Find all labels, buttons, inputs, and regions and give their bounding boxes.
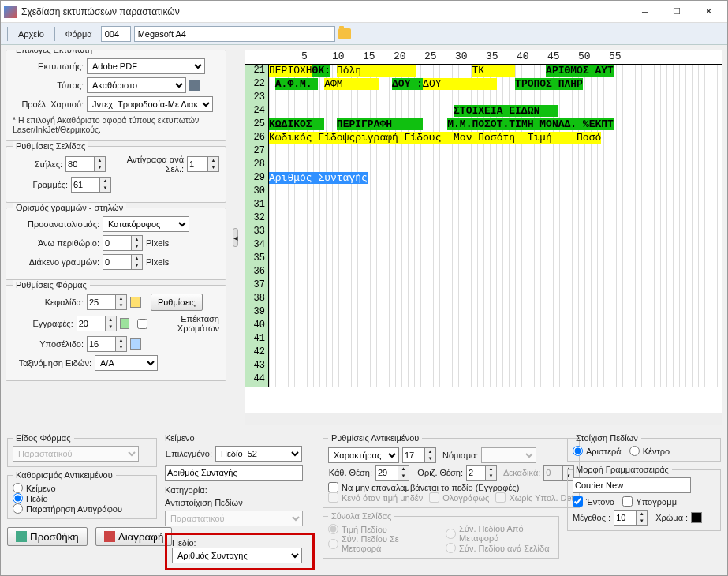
extend-colors-check[interactable] [137, 319, 147, 329]
rows-input[interactable] [71, 177, 99, 193]
radio-text[interactable] [13, 483, 23, 493]
sort-select[interactable]: A/A [95, 355, 158, 371]
grid-area[interactable]: 21ΠΕΡΙΟΧΗΘΚ: Πόλη ΤΚ ΑΡΙΘΜΟΣ ΑΥΤ22 Α.Φ.Μ… [245, 65, 722, 413]
grid-line[interactable] [269, 373, 722, 387]
grid-line[interactable] [269, 360, 722, 373]
maximize-button[interactable]: ☐ [661, 2, 693, 22]
folder-icon[interactable] [338, 28, 351, 39]
menu-file[interactable]: Αρχείο [13, 27, 50, 41]
menu-form[interactable]: Φόρμα [60, 27, 98, 41]
grid-line[interactable] [269, 320, 722, 333]
radio-align-left[interactable] [573, 446, 583, 456]
datatype-select[interactable]: Χαρακτήρας [328, 447, 399, 463]
grid-row[interactable]: 32 [245, 212, 722, 226]
grid-row[interactable]: 38 [245, 293, 722, 306]
records-spinner[interactable]: ▲▼ [105, 316, 117, 331]
grid-row[interactable]: 39 [245, 306, 722, 320]
grid-line[interactable] [269, 346, 722, 360]
grid-line[interactable] [269, 199, 722, 212]
grid-row[interactable]: 31 [245, 199, 722, 212]
topmargin-spinner[interactable]: ▲▼ [131, 235, 143, 251]
grid-row[interactable]: 26Κωδικός Είδοψςριγραφή Είδους Μον Ποσότ… [245, 132, 722, 145]
grid-row[interactable]: 27 [245, 145, 722, 159]
font-color-swatch[interactable] [691, 512, 702, 523]
grid-line[interactable] [269, 333, 722, 346]
grid-line[interactable] [269, 185, 722, 199]
hpos-input[interactable] [466, 465, 485, 481]
form-code-input[interactable] [101, 26, 131, 42]
radio-field[interactable] [13, 493, 23, 503]
grid-row[interactable]: 43 [245, 360, 722, 373]
records-input[interactable] [77, 316, 105, 331]
orient-select[interactable]: Κατακόρυφος [103, 216, 189, 232]
grid-row[interactable]: 36 [245, 266, 722, 279]
linegap-spinner[interactable]: ▲▼ [131, 254, 143, 270]
grid-row[interactable]: 23 [245, 92, 722, 105]
splitter[interactable]: ◂ [231, 50, 240, 425]
footer-input[interactable] [87, 336, 115, 352]
grid-row[interactable]: 40 [245, 320, 722, 333]
grid-line[interactable] [269, 226, 722, 239]
grid-row[interactable]: 33 [245, 226, 722, 239]
delete-button[interactable]: Διαγραφή [95, 527, 173, 546]
cols-spinner[interactable]: ▲▼ [94, 156, 106, 172]
no-repeat-check[interactable] [328, 482, 338, 492]
layout-editor[interactable]: 5 10 15 20 25 30 35 40 45 50 55 21ΠΕΡΙΟΧ… [245, 50, 722, 425]
bold-check[interactable] [573, 496, 583, 507]
add-button[interactable]: Προσθήκη [7, 527, 88, 546]
vpos-input[interactable] [375, 465, 398, 481]
font-size-spinner[interactable]: ▲▼ [636, 510, 648, 526]
rows-spinner[interactable]: ▲▼ [99, 177, 111, 193]
grid-row[interactable]: 30 [245, 185, 722, 199]
close-button[interactable]: ✕ [693, 2, 724, 22]
h-scrollbar[interactable] [245, 413, 722, 425]
vpos-spinner[interactable]: ▲▼ [398, 465, 409, 481]
grid-row[interactable]: 25ΚΩΔΙΚΟΣ ΠΕΡΙΓΡΑΦΗ Μ.Μ.ΠΟΣΟΤ.ΤΙΜΗ ΜΟΝΑΔ… [245, 118, 722, 132]
printer-select[interactable]: Adobe PDF [87, 58, 205, 74]
grid-row[interactable]: 41 [245, 333, 722, 346]
topmargin-input[interactable] [103, 235, 131, 251]
grid-row[interactable]: 28 [245, 159, 722, 172]
length-spinner[interactable]: ▲▼ [424, 447, 436, 463]
copies-spinner[interactable]: ▲▼ [207, 156, 219, 172]
cols-input[interactable] [65, 156, 94, 172]
grid-row[interactable]: 24 ΣΤΟΙΧΕΙΑ ΕΙΔΩΝ [245, 105, 722, 118]
grid-line[interactable]: Κωδικός Είδοψςριγραφή Είδους Μον Ποσότη … [269, 132, 722, 145]
footer-spinner[interactable]: ▲▼ [115, 336, 127, 352]
grid-row[interactable]: 21ΠΕΡΙΟΧΗΘΚ: Πόλη ΤΚ ΑΡΙΘΜΟΣ ΑΥΤ [245, 65, 722, 78]
grid-line[interactable] [269, 159, 722, 172]
grid-row[interactable]: 22 Α.Φ.Μ. ΑΦΜ ΔΟΥ :ΔΟΥ ΤΡΟΠΟΣ ΠΛΗΡ [245, 78, 722, 92]
selected-field-select[interactable]: Πεδίο_52 [215, 446, 302, 462]
printer-config-icon[interactable] [189, 80, 200, 91]
header-input[interactable] [87, 294, 115, 310]
grid-line[interactable] [269, 293, 722, 306]
grid-row[interactable]: 35 [245, 252, 722, 266]
minimize-button[interactable]: ─ [629, 2, 661, 22]
font-size-input[interactable] [614, 510, 636, 526]
grid-line[interactable] [269, 239, 722, 252]
grid-row[interactable]: 29Αριθμός Συνταγής [245, 172, 722, 185]
grid-line[interactable]: ΚΩΔΙΚΟΣ ΠΕΡΙΓΡΑΦΗ Μ.Μ.ΠΟΣΟΤ.ΤΙΜΗ ΜΟΝΑΔ. … [269, 118, 722, 132]
field-select[interactable]: Αριθμός Συνταγής [172, 548, 302, 563]
form-name-input[interactable] [134, 26, 335, 42]
grid-line[interactable]: ΠΕΡΙΟΧΗΘΚ: Πόλη ΤΚ ΑΡΙΘΜΟΣ ΑΥΤ [269, 65, 722, 78]
grid-line[interactable] [269, 252, 722, 266]
grid-line[interactable]: Α.Φ.Μ. ΑΦΜ ΔΟΥ :ΔΟΥ ΤΡΟΠΟΣ ΠΛΗΡ [269, 78, 722, 92]
settings-button[interactable]: Ρυθμίσεις [151, 294, 203, 311]
font-name-input[interactable] [573, 477, 691, 493]
grid-line[interactable] [269, 92, 722, 105]
grid-line[interactable]: Αριθμός Συνταγής [269, 172, 722, 185]
grid-line[interactable]: ΣΤΟΙΧΕΙΑ ΕΙΔΩΝ [269, 105, 722, 118]
hpos-spinner[interactable]: ▲▼ [485, 465, 497, 481]
type-select[interactable]: Ακαθόριστο [87, 77, 186, 93]
radio-copy-note[interactable] [13, 503, 23, 514]
length-input[interactable] [402, 447, 424, 463]
grid-row[interactable]: 44 [245, 373, 722, 387]
grid-row[interactable]: 34 [245, 239, 722, 252]
radio-align-center[interactable] [629, 446, 640, 456]
grid-line[interactable] [269, 145, 722, 159]
copies-input[interactable] [187, 156, 207, 172]
grid-row[interactable]: 37 [245, 279, 722, 293]
linegap-input[interactable] [103, 254, 131, 270]
grid-line[interactable] [269, 266, 722, 279]
